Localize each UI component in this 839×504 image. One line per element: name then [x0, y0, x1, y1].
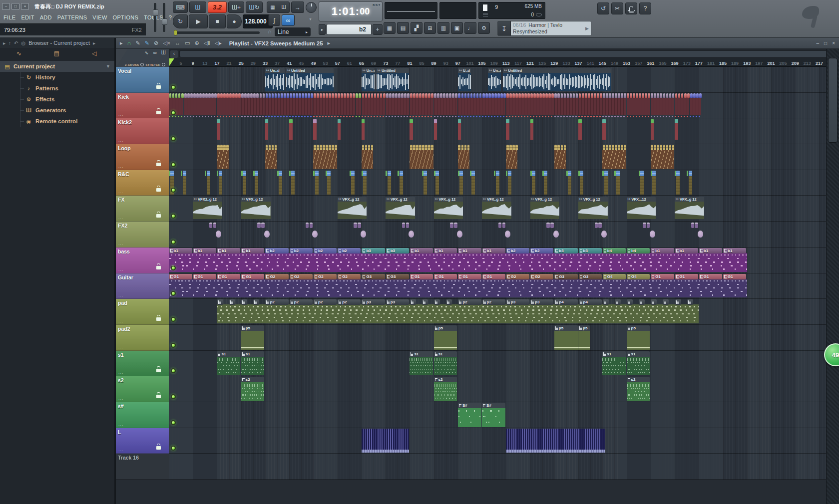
clip-audio[interactable]: ↦Un..d	[488, 68, 501, 92]
zoom-icon[interactable]: ⊕	[194, 40, 199, 46]
kick-clip[interactable]	[687, 93, 690, 98]
rc-clip-blue[interactable]	[435, 171, 439, 176]
loop-clip[interactable]	[320, 145, 322, 150]
pattern-clip-b1[interactable]: b1	[434, 248, 457, 253]
loop-clip[interactable]	[669, 145, 672, 150]
loop-clip[interactable]	[606, 145, 608, 150]
clip-sweep[interactable]: ↦VFX..g 12	[482, 197, 511, 220]
rc-clip-blue[interactable]	[327, 171, 331, 176]
panel-toggle-icon-6[interactable]: ♩	[464, 22, 476, 34]
kick2-clip-body[interactable]	[265, 123, 269, 140]
files-icon[interactable]: ▤	[38, 50, 76, 57]
pattern-clip-p2[interactable]: p2	[482, 299, 505, 305]
loop-clip[interactable]	[371, 145, 374, 150]
kick-clip[interactable]	[184, 93, 187, 98]
kick-clip[interactable]	[247, 93, 250, 98]
kick-clip[interactable]	[524, 93, 527, 98]
panel-toggle-icon-7[interactable]: ⚙	[478, 22, 490, 34]
pattern-clip-G1[interactable]: G1	[169, 274, 192, 279]
rc-clip-body[interactable]	[496, 176, 499, 195]
tree-root-current-project[interactable]: ▤ Current project ▼	[0, 61, 114, 72]
kick-clip[interactable]	[579, 93, 581, 98]
rc-clip-body[interactable]	[508, 176, 511, 195]
kick2-clip-body[interactable]	[338, 123, 341, 140]
pattern-clip-pad[interactable]	[422, 299, 428, 305]
kick2-clip[interactable]	[675, 119, 678, 123]
pattern-clip-p5[interactable]: p5	[578, 325, 590, 350]
loop-clip[interactable]	[561, 145, 563, 150]
loop-clip[interactable]	[326, 145, 328, 150]
rc-clip-green[interactable]	[289, 171, 291, 176]
lock-icon[interactable]	[156, 266, 161, 269]
fx2-blob-clip[interactable]	[698, 231, 703, 238]
track-led[interactable]	[171, 136, 176, 141]
clip-audio[interactable]: ↦Un..d	[362, 68, 375, 92]
rc-clip-body[interactable]	[243, 176, 246, 195]
kick-clip[interactable]	[696, 93, 699, 98]
playlist-empty-area[interactable]	[116, 480, 839, 504]
pattern-clip-pad[interactable]	[639, 299, 645, 305]
kick-clip[interactable]	[344, 93, 346, 98]
kick-clip[interactable]	[419, 93, 421, 98]
panel-toggle-icon-0[interactable]: ▦	[384, 22, 396, 34]
rc-clip-blue[interactable]	[689, 171, 692, 176]
loop-clip[interactable]	[410, 145, 413, 150]
kick2-clip-body[interactable]	[217, 123, 220, 140]
rc-clip-body[interactable]	[183, 176, 186, 195]
loop-clip-body[interactable]	[554, 150, 566, 169]
kick-clip[interactable]	[648, 93, 650, 98]
kick-clip[interactable]	[266, 93, 268, 98]
clip-sweep[interactable]: ↦VFX..g 12	[241, 197, 271, 220]
rc-clip-green[interactable]	[602, 171, 604, 176]
track-header-l[interactable]: L...	[116, 428, 169, 454]
loop-clip-body[interactable]	[651, 150, 674, 169]
wait-for-input-button[interactable]: Ш+	[228, 1, 244, 13]
kick2-clip[interactable]	[313, 119, 317, 123]
kick-clip[interactable]	[645, 93, 647, 98]
kick-clip[interactable]	[603, 93, 605, 98]
rc-clip-body[interactable]	[532, 176, 535, 195]
pattern-clip-b1[interactable]: b1	[458, 248, 481, 253]
pattern-clip-G3[interactable]: G3	[386, 274, 409, 279]
kick-clip-body[interactable]	[651, 98, 674, 116]
kick-clip-body[interactable]	[675, 98, 689, 116]
pattern-clip-b2[interactable]: b2	[338, 248, 361, 253]
kick-clip[interactable]	[455, 93, 457, 98]
rc-clip-blue[interactable]	[207, 171, 210, 176]
loop-clip[interactable]	[329, 145, 331, 150]
pattern-clip-G2[interactable]: G2	[290, 274, 313, 279]
stop-button[interactable]: ■	[209, 14, 226, 28]
kick-clip[interactable]	[545, 93, 548, 98]
fx2-clip[interactable]	[450, 223, 453, 228]
kick-clip-body[interactable]	[217, 98, 240, 116]
rc-clip-green[interactable]	[614, 171, 616, 176]
lock-icon[interactable]	[156, 214, 161, 218]
kick-clip[interactable]	[305, 93, 307, 98]
kick-clip[interactable]	[663, 93, 666, 98]
pattern-clip-p5[interactable]: p5	[241, 325, 265, 350]
pattern-clip-b3[interactable]: b3	[362, 248, 385, 253]
fx2-blob-clip[interactable]	[264, 231, 270, 238]
kick-clip-body[interactable]	[410, 98, 433, 116]
track-row-vocal[interactable]: ↦Un..d↦Untitled↦Un..d↦Untitled↦U..d↦Un..…	[169, 67, 826, 93]
kick-clip[interactable]	[296, 93, 298, 98]
kick-clip[interactable]	[256, 93, 259, 98]
track-led[interactable]	[171, 265, 176, 270]
kick-clip-body[interactable]	[506, 98, 553, 116]
loop-clip[interactable]	[609, 145, 611, 150]
kick-clip[interactable]	[253, 93, 256, 98]
download-icon[interactable]: ↧	[498, 21, 511, 35]
kick-clip[interactable]	[470, 93, 473, 98]
rc-clip-body[interactable]	[616, 176, 620, 195]
loop-clip[interactable]	[368, 145, 371, 150]
rc-clip-body[interactable]	[580, 176, 583, 195]
kick-clip[interactable]	[383, 93, 386, 98]
kick-clip[interactable]	[299, 93, 301, 98]
kick-clip[interactable]	[576, 93, 578, 98]
loop-clip[interactable]	[515, 145, 518, 150]
rc-clip-blue[interactable]	[604, 171, 608, 176]
menu-item-options[interactable]: OPTIONS	[113, 14, 139, 20]
pattern-clip-pad[interactable]	[241, 299, 247, 305]
pattern-clip-G1[interactable]: G1	[651, 274, 674, 279]
kick-clip[interactable]	[181, 93, 184, 98]
